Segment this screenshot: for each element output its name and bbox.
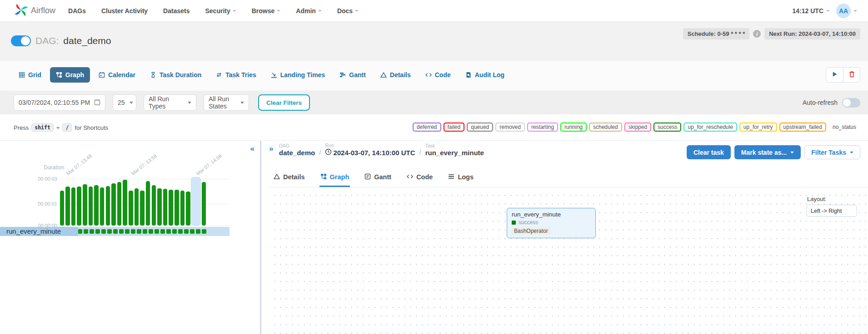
tab-graph[interactable]: Graph [50, 67, 90, 83]
num-runs-select[interactable]: 25 [113, 94, 136, 111]
task-instance-square[interactable] [83, 227, 89, 236]
tab-task-tries[interactable]: Task Tries [210, 67, 262, 83]
bar[interactable] [163, 189, 168, 226]
breadcrumb-run-value[interactable]: 2024-03-07, 14:10:00 UTC [325, 148, 415, 157]
detail-tab-graph[interactable]: Graph [319, 167, 350, 187]
duration-bar[interactable] [65, 177, 71, 226]
duration-bar[interactable] [76, 177, 82, 226]
collapse-panel-icon[interactable]: « [250, 144, 254, 153]
duration-bar[interactable] [174, 177, 180, 226]
duration-bar[interactable] [134, 177, 140, 226]
bar[interactable] [140, 191, 145, 226]
tab-calendar[interactable]: Calendar [93, 67, 141, 83]
bar[interactable] [71, 187, 76, 226]
task-instance-square[interactable] [95, 227, 100, 236]
run-states-select[interactable]: All Run States [204, 94, 249, 111]
nav-item-browse[interactable]: Browse [252, 7, 281, 15]
tab-details[interactable]: Details [374, 67, 417, 83]
bar[interactable] [157, 188, 162, 226]
task-instance-square[interactable] [195, 227, 201, 236]
auto-refresh-toggle[interactable] [842, 98, 860, 108]
trigger-dag-button[interactable] [826, 68, 843, 82]
task-instance-square[interactable] [201, 227, 207, 236]
avatar[interactable]: AA [836, 4, 851, 18]
run-types-select[interactable]: All Run Types [144, 94, 196, 111]
task-instance-square[interactable] [118, 227, 124, 236]
tab-grid[interactable]: Grid [13, 67, 47, 83]
duration-bar[interactable] [82, 177, 88, 226]
nav-item-cluster-activity[interactable]: Cluster Activity [101, 7, 148, 15]
duration-bar[interactable] [151, 177, 157, 226]
detail-tab-logs[interactable]: Logs [447, 167, 474, 187]
bar[interactable] [94, 185, 99, 226]
task-instance-square[interactable] [124, 227, 130, 236]
nav-item-security[interactable]: Security [205, 7, 236, 15]
bar[interactable] [175, 190, 179, 226]
task-instance-square[interactable] [130, 227, 136, 236]
bar[interactable] [180, 191, 185, 226]
nav-item-docs[interactable]: Docs [337, 7, 359, 15]
duration-bar[interactable] [162, 177, 168, 226]
bar[interactable] [202, 182, 206, 226]
detail-tab-gantt[interactable]: Gantt [364, 167, 392, 187]
nav-item-dags[interactable]: DAGs [68, 7, 86, 15]
panel-resizer[interactable] [260, 141, 261, 334]
duration-bar[interactable] [140, 177, 145, 226]
duration-bar[interactable] [128, 177, 134, 226]
task-instance-square[interactable] [100, 227, 106, 236]
tab-audit-log[interactable]: Audit Log [459, 67, 510, 83]
base-date-input[interactable]: 03/07/2024, 02:10:55 PM [14, 94, 105, 111]
task-instance-square[interactable] [160, 227, 165, 236]
duration-bar[interactable] [122, 177, 128, 226]
task-instance-square[interactable] [142, 227, 148, 236]
airflow-brand[interactable]: Airflow [0, 3, 68, 19]
task-instance-square[interactable] [154, 227, 160, 236]
breadcrumb-task-value[interactable]: run_every_minute [425, 149, 484, 157]
task-row-label[interactable]: run_every_minute [0, 227, 78, 236]
nav-item-datasets[interactable]: Datasets [163, 7, 190, 15]
detail-tab-details[interactable]: Details [273, 167, 306, 187]
utc-clock[interactable]: 14:12 UTC [793, 7, 830, 15]
tab-code[interactable]: Code [419, 67, 457, 83]
bar[interactable] [83, 184, 87, 226]
duration-bar[interactable] [59, 177, 65, 226]
duration-bar[interactable] [185, 177, 191, 226]
duration-bar[interactable] [70, 177, 76, 226]
graph-canvas[interactable]: Layout: Left -> Right run_every_minute s… [269, 187, 868, 334]
clear-task-button[interactable]: Clear task [687, 145, 731, 159]
task-instance-square[interactable] [171, 227, 177, 236]
duration-bar[interactable] [116, 177, 122, 226]
breadcrumb-dag-value[interactable]: date_demo [279, 149, 315, 157]
bar[interactable] [129, 191, 133, 226]
task-instance-square[interactable] [136, 227, 142, 236]
delete-dag-button[interactable] [843, 68, 860, 82]
task-instance-square[interactable] [177, 227, 183, 236]
task-instance-square[interactable] [106, 227, 112, 236]
bar[interactable] [123, 180, 127, 226]
tab-landing-times[interactable]: Landing Times [265, 67, 331, 83]
bar[interactable] [186, 192, 190, 226]
task-instance-square[interactable] [183, 227, 189, 236]
task-instance-square[interactable] [189, 227, 195, 236]
expand-panel-icon[interactable]: » [269, 144, 273, 153]
bar[interactable] [89, 187, 93, 226]
duration-bar[interactable] [99, 177, 105, 226]
duration-bar[interactable] [94, 177, 100, 226]
duration-bar[interactable] [180, 177, 185, 226]
task-instance-square[interactable] [112, 227, 118, 236]
bar[interactable] [65, 187, 70, 226]
detail-tab-code[interactable]: Code [406, 167, 434, 187]
task-instance-square[interactable] [148, 227, 154, 236]
user-menu[interactable]: AA [836, 4, 857, 18]
bar[interactable] [117, 182, 122, 226]
bar[interactable] [100, 187, 105, 226]
mark-state-button[interactable]: Mark state as... [734, 145, 801, 159]
duration-bar[interactable] [105, 177, 111, 226]
bar[interactable] [77, 187, 81, 226]
clear-filters-button[interactable]: Clear Filters [258, 94, 310, 111]
duration-bar[interactable] [201, 177, 207, 226]
bar[interactable] [111, 183, 116, 226]
duration-bar[interactable] [111, 177, 117, 226]
duration-bar[interactable] [145, 177, 151, 226]
bar[interactable] [106, 186, 110, 226]
